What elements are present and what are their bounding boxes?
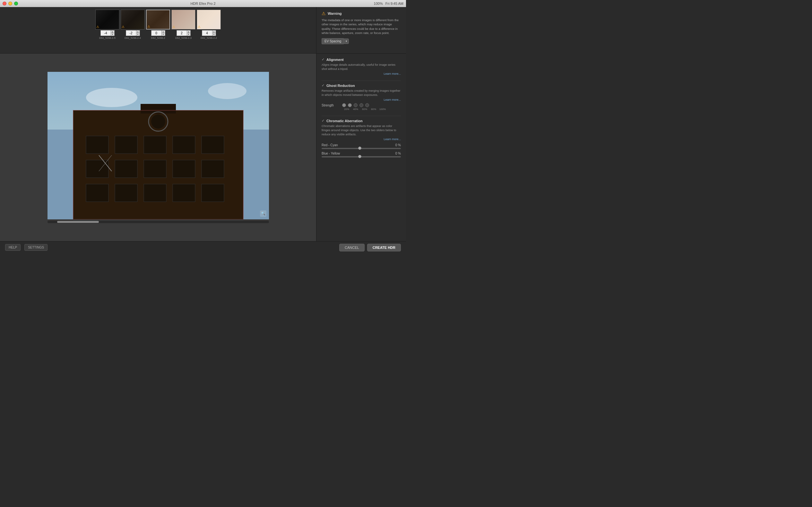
red-cyan-slider-track bbox=[321, 148, 401, 149]
ghost-reduction-learn-more[interactable]: Learn more... bbox=[321, 98, 401, 101]
ghost-reduction-title: Ghost Reduction bbox=[326, 84, 355, 88]
strength-dot-1[interactable] bbox=[348, 103, 352, 107]
maximize-button[interactable] bbox=[14, 2, 18, 5]
ev-down-1[interactable]: ▼ bbox=[137, 33, 140, 36]
film-ev-row-0: ▲ ▼ bbox=[100, 30, 114, 36]
settings-button[interactable]: SETTINGS bbox=[24, 244, 48, 251]
film-ev-row-4: ▲ ▼ bbox=[202, 30, 216, 36]
blue-yellow-value: 0 % bbox=[395, 152, 401, 155]
warning-badge-4: ⚠ bbox=[198, 25, 201, 29]
film-item-2[interactable]: Ghost Reference Image ⚠ ▲ ▼ D62_5298-2 bbox=[146, 10, 170, 40]
ev-spacing-button[interactable]: EV Spacing ▾ bbox=[321, 38, 401, 44]
ev-input-1[interactable] bbox=[126, 30, 136, 36]
ev-up-4[interactable]: ▲ bbox=[212, 31, 216, 33]
film-ev-row-2: ▲ ▼ bbox=[151, 30, 165, 36]
blue-yellow-slider-thumb[interactable] bbox=[358, 155, 361, 158]
ev-down-3[interactable]: ▼ bbox=[187, 33, 190, 36]
alignment-header: ✓ Alignment bbox=[321, 57, 401, 62]
cancel-button[interactable]: CANCEL bbox=[339, 244, 365, 251]
create-hdr-button[interactable]: CREATE HDR bbox=[367, 244, 401, 251]
ev-up-2[interactable]: ▲ bbox=[162, 31, 165, 33]
film-ev-row-3: ▲ ▼ bbox=[176, 30, 191, 36]
clock: Fri 9:45 AM bbox=[386, 2, 403, 5]
building-svg bbox=[48, 72, 269, 219]
warning-badge-1: ⚠ bbox=[122, 25, 124, 29]
alignment-description: Aligns image details automatically, usef… bbox=[321, 63, 401, 71]
film-thumb-4[interactable]: ⚠ bbox=[197, 10, 221, 30]
svg-rect-19 bbox=[115, 184, 137, 202]
warning-header: ⚠ Warning bbox=[321, 11, 401, 16]
ev-up-1[interactable]: ▲ bbox=[137, 31, 140, 33]
alignment-title: Alignment bbox=[326, 58, 344, 62]
ev-spinner-3[interactable]: ▲ ▼ bbox=[187, 30, 191, 36]
ev-spinner-4[interactable]: ▲ ▼ bbox=[212, 30, 216, 36]
film-item-1[interactable]: ⚠ ▲ ▼ D62_5298-2-4 bbox=[121, 10, 145, 40]
ev-down-0[interactable]: ▼ bbox=[111, 33, 114, 36]
film-item-0[interactable]: ⚠ ▲ ▼ D62_5298-2-5 bbox=[95, 10, 119, 40]
scrollbar-thumb-horizontal[interactable] bbox=[57, 221, 99, 223]
warning-panel: ⚠ Warning The metadata of one or more im… bbox=[316, 7, 406, 53]
bottom-right-buttons: CANCEL CREATE HDR bbox=[339, 244, 401, 251]
svg-rect-12 bbox=[202, 136, 224, 154]
blue-yellow-slider-track bbox=[321, 156, 401, 158]
window-controls bbox=[3, 2, 18, 5]
ev-spinner-2[interactable]: ▲ ▼ bbox=[161, 30, 165, 36]
ev-spacing-dropdown-icon[interactable]: ▾ bbox=[344, 39, 349, 44]
strength-dot-2[interactable] bbox=[354, 103, 358, 107]
film-filename-0: D62_5298-2-5 bbox=[99, 37, 115, 40]
strength-pct-1: 40% bbox=[351, 108, 360, 111]
red-cyan-slider-thumb[interactable] bbox=[358, 147, 361, 150]
strength-label: Strength bbox=[321, 104, 341, 107]
alignment-learn-more[interactable]: Learn more... bbox=[321, 72, 401, 75]
main-preview-image bbox=[48, 72, 269, 219]
film-item-4[interactable]: ⚠ ▲ ▼ D62_5298-2-2 bbox=[197, 10, 221, 40]
film-filename-1: D62_5298-2-4 bbox=[124, 37, 141, 40]
ev-spacing-label: EV Spacing bbox=[321, 38, 344, 44]
svg-rect-22 bbox=[202, 184, 224, 202]
top-section: ⚠ ▲ ▼ D62_5298-2-5 ⚠ ▲ ▼ bbox=[0, 7, 406, 54]
zoom-icon[interactable]: 🔍 bbox=[260, 210, 266, 217]
blue-yellow-slider-header: Blue - Yellow 0 % bbox=[321, 152, 401, 155]
chromatic-aberration-check-icon: ✓ bbox=[321, 119, 324, 123]
svg-rect-16 bbox=[173, 160, 195, 178]
film-filename-3: D62_5298-2-3 bbox=[175, 37, 192, 40]
svg-rect-8 bbox=[86, 136, 108, 154]
ev-input-4[interactable] bbox=[202, 30, 212, 36]
help-button[interactable]: HELP bbox=[5, 244, 20, 251]
strength-dots bbox=[342, 103, 369, 107]
window-title: HDR Efex Pro 2 bbox=[190, 2, 215, 5]
film-thumb-3[interactable]: ⚠ bbox=[171, 10, 196, 30]
horizontal-scrollbar[interactable] bbox=[48, 221, 269, 223]
alignment-section: ✓ Alignment Aligns image details automat… bbox=[321, 57, 401, 75]
svg-rect-21 bbox=[173, 184, 195, 202]
film-filename-2: D62_5298-2 bbox=[151, 37, 165, 40]
strength-dot-0[interactable] bbox=[342, 103, 346, 107]
ev-input-2[interactable] bbox=[151, 30, 161, 36]
ev-down-4[interactable]: ▼ bbox=[212, 33, 216, 36]
minimize-button[interactable] bbox=[8, 2, 12, 5]
ev-up-3[interactable]: ▲ bbox=[187, 31, 190, 33]
ev-spinner-1[interactable]: ▲ ▼ bbox=[136, 30, 140, 36]
ev-up-0[interactable]: ▲ bbox=[111, 31, 114, 33]
close-button[interactable] bbox=[3, 2, 6, 5]
svg-rect-18 bbox=[86, 184, 108, 202]
ev-down-2[interactable]: ▼ bbox=[162, 33, 165, 36]
main-section: 🔍 ✓ Alignment Aligns image details autom… bbox=[0, 54, 406, 241]
red-cyan-slider-row: Red - Cyan 0 % bbox=[321, 143, 401, 149]
strength-dot-3[interactable] bbox=[359, 103, 363, 107]
ev-input-3[interactable] bbox=[176, 30, 187, 36]
divider-2 bbox=[321, 116, 401, 116]
film-thumb-2[interactable]: Ghost Reference Image ⚠ bbox=[146, 10, 170, 30]
ev-input-0[interactable] bbox=[100, 30, 111, 36]
ev-spinner-0[interactable]: ▲ ▼ bbox=[111, 30, 114, 36]
system-status: 100% Fri 9:45 AM bbox=[374, 2, 403, 5]
strength-pct-0: 20% bbox=[342, 108, 351, 111]
chromatic-aberration-learn-more[interactable]: Learn more... bbox=[321, 137, 401, 141]
film-thumb-0[interactable]: ⚠ bbox=[95, 10, 119, 30]
alignment-check-icon: ✓ bbox=[321, 57, 324, 62]
svg-rect-9 bbox=[115, 136, 137, 154]
film-item-3[interactable]: ⚠ ▲ ▼ D62_5298-2-3 bbox=[171, 10, 196, 40]
warning-icon: ⚠ bbox=[321, 11, 326, 16]
film-thumb-1[interactable]: ⚠ bbox=[121, 10, 145, 30]
strength-dot-4[interactable] bbox=[365, 103, 369, 107]
